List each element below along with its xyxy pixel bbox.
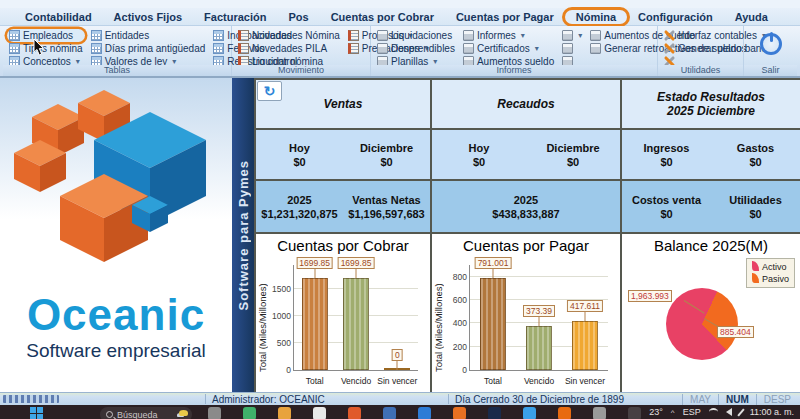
app-icon-orange[interactable]: [453, 407, 466, 419]
printer-icon: [377, 30, 388, 41]
ribbon-tabs: Contabilidad Activos Fijos Facturación P…: [0, 8, 800, 26]
system-tray: 23° ^ ESP 11:00 a. m.: [649, 405, 800, 419]
chart-cuentas-por-cobrar: Cuentas por Cobrar Total (Miles/Millones…: [256, 234, 430, 392]
table-icon: [91, 30, 102, 41]
ribbon-item-dias-prima[interactable]: Días prima antigüedad: [89, 42, 208, 55]
tray-expand-icon[interactable]: ^: [671, 408, 675, 417]
bar-value-label: 0: [392, 349, 403, 361]
app-icon-steelblue[interactable]: [383, 407, 396, 419]
volume-icon[interactable]: [726, 408, 732, 416]
search-icon: [106, 411, 113, 418]
search-input[interactable]: Búsqueda: [100, 407, 192, 419]
tab-ayuda[interactable]: Ayuda: [724, 10, 779, 24]
tab-cuentas-por-cobrar[interactable]: Cuentas por Cobrar: [320, 10, 445, 24]
ribbon-item-novedades-nomina[interactable]: Novedades Nómina: [236, 29, 342, 42]
panel-estado-resultados: Estado Resultados 2025 Diciembre Ingreso…: [622, 80, 800, 392]
x-tick-label: Total: [484, 376, 502, 386]
tab-contabilidad[interactable]: Contabilidad: [14, 10, 103, 24]
title-strip: [0, 0, 800, 8]
ribbon-item-entidades[interactable]: Entidades: [89, 29, 208, 42]
panel-recaudos: Recaudos Hoy$0 Diciembre$0 2025$438,833,…: [432, 80, 622, 392]
store-icon[interactable]: [313, 407, 326, 419]
power-icon[interactable]: [760, 33, 782, 55]
tab-activos-fijos[interactable]: Activos Fijos: [103, 10, 193, 24]
table-icon: [9, 30, 20, 41]
bar-vencido: [343, 278, 369, 370]
folder-icon[interactable]: [278, 407, 291, 419]
windows-start-icon[interactable]: [30, 407, 43, 419]
ribbon-item-print-2[interactable]: [560, 42, 584, 55]
bar-value-label: 1699.85: [296, 257, 333, 269]
printer-icon: [590, 43, 601, 54]
x-tick-label: Sin vencer: [377, 376, 417, 386]
kpi-utilidades: Utilidades$0: [711, 181, 800, 232]
ribbon-item-print-1[interactable]: [560, 29, 584, 42]
x-tick-label: Sin vencer: [565, 376, 605, 386]
table-icon: [213, 43, 224, 54]
printer-icon: [463, 30, 474, 41]
pen-icon[interactable]: [737, 408, 744, 416]
chart-balance: Balance 2025(M) Activo Pasivo 1,963.993 …: [622, 234, 800, 392]
bar-value-label: 1699.85: [338, 257, 375, 269]
app-icon-navy[interactable]: [488, 407, 501, 419]
ribbon-group-label: Tablas: [3, 65, 231, 76]
table-icon: [213, 30, 224, 41]
ribbon-group-label: Movimiento: [232, 65, 370, 76]
caps-lock-indicator: MAY: [682, 394, 718, 405]
printer-icon: [562, 43, 573, 54]
app-icon-silver[interactable]: [593, 407, 606, 419]
app-window: Contabilidad Activos Fijos Facturación P…: [0, 0, 800, 419]
ribbon-item-informes[interactable]: Informes: [461, 29, 556, 42]
bar-value-label: 791.001: [475, 257, 512, 269]
pie-label-activo: 1,963.993: [628, 290, 672, 302]
version-text: [3, 395, 59, 403]
status-bar: Administrador: OCEANIC Día Cerrado 30 de…: [0, 392, 800, 405]
kpi-gastos: Gastos$0: [711, 130, 800, 179]
chart-title: Balance 2025(M): [622, 237, 800, 254]
printer-icon: [590, 30, 601, 41]
bar-plot: 0200400600800791.001Total373.39Vencido41…: [469, 265, 608, 371]
num-lock-indicator: NUM: [718, 394, 756, 405]
printer-icon: [562, 30, 573, 41]
ribbon-item-certificados[interactable]: Certificados: [461, 42, 556, 55]
browser-icon[interactable]: [243, 407, 256, 419]
ribbon-item-desprendibles[interactable]: Desprendibles: [375, 42, 457, 55]
app-icon-amber[interactable]: [558, 407, 571, 419]
wifi-icon[interactable]: [709, 408, 718, 416]
bar-sin-vencer: [572, 321, 598, 370]
tab-facturacion[interactable]: Facturación: [193, 10, 277, 24]
kpi-costos-venta: Costos venta$0: [622, 181, 711, 232]
bar-value-label: 373.39: [523, 305, 555, 317]
x-tick-label: Vencido: [341, 376, 371, 386]
ribbon-item-liquidaciones[interactable]: Liquidaciones: [375, 29, 457, 42]
panel-title: Estado Resultados 2025 Diciembre: [622, 80, 800, 130]
panel-title: Ventas: [256, 80, 430, 130]
kpi-ventas-diciembre: Diciembre$0: [343, 130, 430, 179]
kpi-ventas-hoy: Hoy$0: [256, 130, 343, 179]
tab-pos[interactable]: Pos: [277, 10, 319, 24]
tab-nomina[interactable]: Nómina: [565, 10, 627, 24]
app-icon-blue[interactable]: [418, 407, 431, 419]
temperature-label[interactable]: 23°: [649, 407, 663, 417]
tab-cuentas-por-pagar[interactable]: Cuentas por Pagar: [445, 10, 565, 24]
ribbon-group-label: Utilidades: [658, 65, 743, 76]
kpi-recaudos-2025: 2025$438,833,887: [432, 181, 620, 232]
ribbon-item-novedades-pila[interactable]: Novedades PILA: [236, 42, 342, 55]
dashboard: Ventas Hoy$0 Diciembre$0 2025$1,231,320,…: [254, 78, 800, 392]
tools-icon: [664, 43, 675, 54]
app-icon-red[interactable]: [348, 407, 361, 419]
clock-label[interactable]: 11:00 a. m.: [750, 407, 794, 417]
tab-configuracion[interactable]: Configuración: [627, 10, 724, 24]
app-icon-lightblue[interactable]: [523, 407, 536, 419]
app-icon-gray[interactable]: [208, 407, 221, 419]
refresh-button[interactable]: ↻: [257, 81, 282, 101]
taskbar-app-icons: [208, 407, 641, 419]
weather-icon: [179, 410, 188, 416]
ribbon-group-utilidades: Interfaz contables Generar plano bancos …: [658, 26, 744, 76]
kpi-ingresos: Ingresos$0: [622, 130, 711, 179]
ribbon-group-label: Salir: [744, 65, 797, 76]
app-icon-dark[interactable]: [628, 407, 641, 419]
kpi-ventas-2025: 2025$1,231,320,875: [256, 181, 343, 232]
language-indicator[interactable]: ESP: [683, 407, 701, 417]
bar-total: [480, 278, 506, 370]
